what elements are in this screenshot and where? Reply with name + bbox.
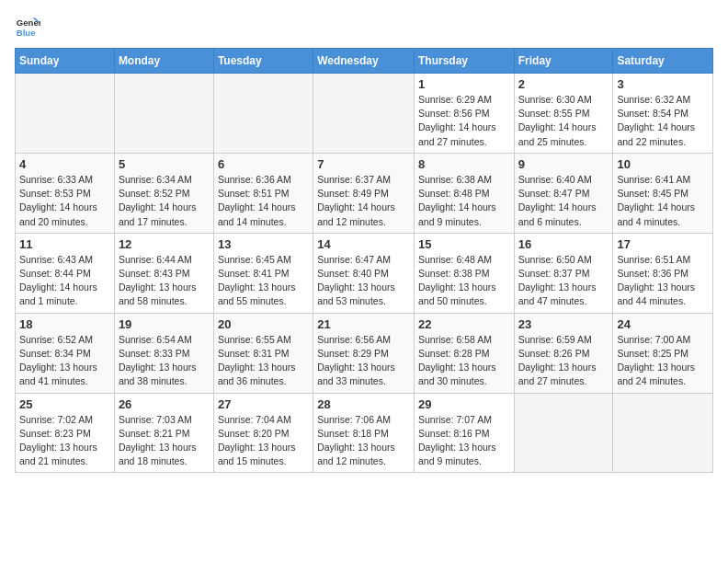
calendar-cell	[213, 74, 313, 154]
day-info: Sunrise: 6:43 AMSunset: 8:44 PMDaylight:…	[19, 253, 110, 309]
calendar-cell: 13Sunrise: 6:45 AMSunset: 8:41 PMDayligh…	[213, 233, 313, 313]
day-number: 23	[518, 317, 609, 331]
calendar-cell: 18Sunrise: 6:52 AMSunset: 8:34 PMDayligh…	[16, 313, 115, 393]
day-number: 9	[518, 157, 609, 171]
calendar-cell: 7Sunrise: 6:37 AMSunset: 8:49 PMDaylight…	[313, 153, 415, 233]
day-number: 28	[317, 397, 410, 411]
day-info: Sunrise: 7:00 AMSunset: 8:25 PMDaylight:…	[617, 333, 709, 389]
calendar-cell: 4Sunrise: 6:33 AMSunset: 8:53 PMDaylight…	[16, 153, 115, 233]
calendar-header: SundayMondayTuesdayWednesdayThursdayFrid…	[16, 49, 713, 74]
day-number: 3	[617, 77, 709, 91]
calendar-cell: 5Sunrise: 6:34 AMSunset: 8:52 PMDaylight…	[114, 153, 213, 233]
weekday-header-thursday: Thursday	[414, 49, 514, 74]
calendar-cell: 10Sunrise: 6:41 AMSunset: 8:45 PMDayligh…	[613, 153, 713, 233]
day-number: 4	[19, 157, 110, 171]
day-info: Sunrise: 6:33 AMSunset: 8:53 PMDaylight:…	[19, 173, 110, 229]
calendar-table: SundayMondayTuesdayWednesdayThursdayFrid…	[15, 48, 713, 473]
calendar-cell: 2Sunrise: 6:30 AMSunset: 8:55 PMDaylight…	[514, 74, 613, 154]
page-header: General Blue	[15, 15, 713, 40]
day-info: Sunrise: 6:40 AMSunset: 8:47 PMDaylight:…	[518, 173, 609, 229]
calendar-cell: 16Sunrise: 6:50 AMSunset: 8:37 PMDayligh…	[514, 233, 613, 313]
day-info: Sunrise: 6:55 AMSunset: 8:31 PMDaylight:…	[218, 333, 309, 389]
calendar-cell: 22Sunrise: 6:58 AMSunset: 8:28 PMDayligh…	[414, 313, 514, 393]
calendar-cell: 12Sunrise: 6:44 AMSunset: 8:43 PMDayligh…	[114, 233, 213, 313]
calendar-cell: 28Sunrise: 7:06 AMSunset: 8:18 PMDayligh…	[313, 393, 415, 473]
day-info: Sunrise: 6:52 AMSunset: 8:34 PMDaylight:…	[19, 333, 110, 389]
calendar-cell	[16, 74, 115, 154]
calendar-cell	[613, 393, 713, 473]
weekday-header-monday: Monday	[114, 49, 213, 74]
day-info: Sunrise: 6:30 AMSunset: 8:55 PMDaylight:…	[518, 93, 609, 149]
day-number: 22	[418, 317, 510, 331]
calendar-cell	[514, 393, 613, 473]
day-info: Sunrise: 6:59 AMSunset: 8:26 PMDaylight:…	[518, 333, 609, 389]
calendar-cell: 14Sunrise: 6:47 AMSunset: 8:40 PMDayligh…	[313, 233, 415, 313]
day-number: 14	[317, 237, 410, 251]
day-number: 7	[317, 157, 410, 171]
day-number: 13	[218, 237, 309, 251]
day-info: Sunrise: 6:56 AMSunset: 8:29 PMDaylight:…	[317, 333, 410, 389]
day-info: Sunrise: 6:54 AMSunset: 8:33 PMDaylight:…	[119, 333, 210, 389]
day-number: 2	[518, 77, 609, 91]
calendar-week-2: 4Sunrise: 6:33 AMSunset: 8:53 PMDaylight…	[16, 153, 713, 233]
calendar-cell: 29Sunrise: 7:07 AMSunset: 8:16 PMDayligh…	[414, 393, 514, 473]
calendar-cell: 15Sunrise: 6:48 AMSunset: 8:38 PMDayligh…	[414, 233, 514, 313]
svg-text:General: General	[17, 17, 40, 28]
day-info: Sunrise: 6:36 AMSunset: 8:51 PMDaylight:…	[218, 173, 309, 229]
day-info: Sunrise: 6:44 AMSunset: 8:43 PMDaylight:…	[119, 253, 210, 309]
calendar-week-1: 1Sunrise: 6:29 AMSunset: 8:56 PMDaylight…	[16, 74, 713, 154]
calendar-cell: 21Sunrise: 6:56 AMSunset: 8:29 PMDayligh…	[313, 313, 415, 393]
day-info: Sunrise: 6:45 AMSunset: 8:41 PMDaylight:…	[218, 253, 309, 309]
day-info: Sunrise: 6:58 AMSunset: 8:28 PMDaylight:…	[418, 333, 510, 389]
day-number: 25	[19, 397, 110, 411]
day-number: 21	[317, 317, 410, 331]
day-info: Sunrise: 6:34 AMSunset: 8:52 PMDaylight:…	[119, 173, 210, 229]
day-info: Sunrise: 7:02 AMSunset: 8:23 PMDaylight:…	[19, 413, 110, 469]
weekday-header-saturday: Saturday	[613, 49, 713, 74]
calendar-cell: 9Sunrise: 6:40 AMSunset: 8:47 PMDaylight…	[514, 153, 613, 233]
calendar-cell	[313, 74, 415, 154]
day-number: 11	[19, 237, 110, 251]
day-info: Sunrise: 6:47 AMSunset: 8:40 PMDaylight:…	[317, 253, 410, 309]
day-info: Sunrise: 6:32 AMSunset: 8:54 PMDaylight:…	[617, 93, 709, 149]
day-number: 6	[218, 157, 309, 171]
day-info: Sunrise: 7:04 AMSunset: 8:20 PMDaylight:…	[218, 413, 309, 469]
day-number: 1	[418, 77, 510, 91]
day-number: 5	[119, 157, 210, 171]
calendar-cell: 6Sunrise: 6:36 AMSunset: 8:51 PMDaylight…	[213, 153, 313, 233]
calendar-body: 1Sunrise: 6:29 AMSunset: 8:56 PMDaylight…	[16, 74, 713, 473]
calendar-cell: 3Sunrise: 6:32 AMSunset: 8:54 PMDaylight…	[613, 74, 713, 154]
day-info: Sunrise: 6:41 AMSunset: 8:45 PMDaylight:…	[617, 173, 709, 229]
calendar-week-4: 18Sunrise: 6:52 AMSunset: 8:34 PMDayligh…	[16, 313, 713, 393]
weekday-header-row: SundayMondayTuesdayWednesdayThursdayFrid…	[16, 49, 713, 74]
weekday-header-tuesday: Tuesday	[213, 49, 313, 74]
calendar-cell	[114, 74, 213, 154]
calendar-cell: 26Sunrise: 7:03 AMSunset: 8:21 PMDayligh…	[114, 393, 213, 473]
day-info: Sunrise: 6:37 AMSunset: 8:49 PMDaylight:…	[317, 173, 410, 229]
calendar-cell: 24Sunrise: 7:00 AMSunset: 8:25 PMDayligh…	[613, 313, 713, 393]
calendar-cell: 23Sunrise: 6:59 AMSunset: 8:26 PMDayligh…	[514, 313, 613, 393]
calendar-cell: 8Sunrise: 6:38 AMSunset: 8:48 PMDaylight…	[414, 153, 514, 233]
day-info: Sunrise: 6:48 AMSunset: 8:38 PMDaylight:…	[418, 253, 510, 309]
day-number: 12	[119, 237, 210, 251]
day-number: 18	[19, 317, 110, 331]
day-info: Sunrise: 7:03 AMSunset: 8:21 PMDaylight:…	[119, 413, 210, 469]
day-number: 15	[418, 237, 510, 251]
day-number: 29	[418, 397, 510, 411]
day-number: 26	[119, 397, 210, 411]
day-info: Sunrise: 7:07 AMSunset: 8:16 PMDaylight:…	[418, 413, 510, 469]
weekday-header-sunday: Sunday	[16, 49, 115, 74]
logo-icon: General Blue	[15, 15, 40, 40]
day-number: 20	[218, 317, 309, 331]
calendar-cell: 11Sunrise: 6:43 AMSunset: 8:44 PMDayligh…	[16, 233, 115, 313]
calendar-week-3: 11Sunrise: 6:43 AMSunset: 8:44 PMDayligh…	[16, 233, 713, 313]
day-number: 16	[518, 237, 609, 251]
calendar-cell: 1Sunrise: 6:29 AMSunset: 8:56 PMDaylight…	[414, 74, 514, 154]
day-number: 24	[617, 317, 709, 331]
day-number: 8	[418, 157, 510, 171]
day-info: Sunrise: 6:38 AMSunset: 8:48 PMDaylight:…	[418, 173, 510, 229]
logo: General Blue	[15, 15, 44, 40]
svg-text:Blue: Blue	[17, 28, 36, 38]
calendar-cell: 20Sunrise: 6:55 AMSunset: 8:31 PMDayligh…	[213, 313, 313, 393]
day-number: 10	[617, 157, 709, 171]
